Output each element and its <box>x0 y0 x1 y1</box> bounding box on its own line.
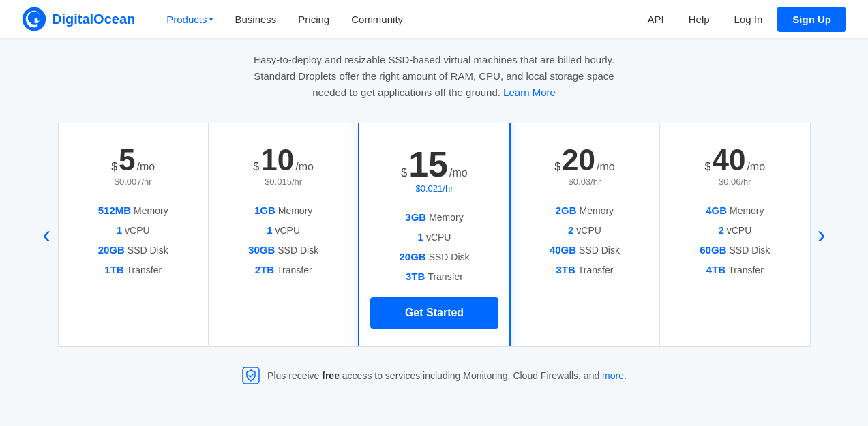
nav-api-link[interactable]: API <box>638 8 674 31</box>
pricing-carousel: ‹ $ 5 /mo $0.007/hr 512MB Memory 1 <box>36 123 833 347</box>
nav-products[interactable]: Products ▾ <box>157 8 222 31</box>
svg-rect-2 <box>29 25 31 27</box>
logo-link[interactable]: DigitalOcean <box>22 7 135 31</box>
logo-text: DigitalOcean <box>52 12 135 27</box>
carousel-prev-button[interactable]: ‹ <box>36 223 58 247</box>
price-line-5: $ 5 /mo <box>111 145 155 175</box>
pricing-card-40: $ 40 /mo $0.06/hr 4GB Memory 2 vCPU 60G <box>660 123 809 346</box>
nav-pricing-label: Pricing <box>298 14 329 25</box>
spec-transfer-5: 1TB Transfer <box>70 260 197 279</box>
chevron-down-icon: ▾ <box>209 16 213 23</box>
pricing-card-5: $ 5 /mo $0.007/hr 512MB Memory 1 vCPU 2 <box>59 123 209 346</box>
navbar: DigitalOcean Products ▾ Business Pricing… <box>0 0 868 38</box>
footer-note: Plus receive free access to services inc… <box>36 366 833 385</box>
shield-icon <box>241 366 260 385</box>
spec-memory-5: 512MB Memory <box>70 200 197 220</box>
nav-help-link[interactable]: Help <box>679 8 719 31</box>
main-content: Easy-to-deploy and resizable SSD-based v… <box>25 38 843 412</box>
nav-pricing[interactable]: Pricing <box>288 8 339 31</box>
nav-community-label: Community <box>351 14 403 25</box>
nav-login-link[interactable]: Log In <box>725 8 773 31</box>
nav-community[interactable]: Community <box>342 8 413 31</box>
spec-list-5: 512MB Memory 1 vCPU 20GB SSD Disk 1TB Tr… <box>70 200 197 279</box>
description-text: Easy-to-deploy and resizable SSD-based v… <box>243 52 625 101</box>
learn-more-link[interactable]: Learn More <box>503 87 556 98</box>
nav-products-label: Products <box>166 14 207 25</box>
spec-list-40: 4GB Memory 2 vCPU 60GB SSD Disk 4TB Tran… <box>671 200 798 279</box>
spec-list-20: 2GB Memory 2 vCPU 40GB SSD Disk 3TB Tran… <box>521 200 648 279</box>
spec-list-10: 1GB Memory 1 vCPU 30GB SSD Disk 2TB Tran… <box>220 200 347 279</box>
signup-button[interactable]: Sign Up <box>777 7 846 32</box>
spec-disk-5: 20GB SSD Disk <box>70 240 197 260</box>
more-link[interactable]: more <box>602 370 624 381</box>
pricing-card-15-highlighted: $ 15 /mo $0.021/hr 3GB Memory 1 vCPU 20 <box>358 123 510 347</box>
nav-links: Products ▾ Business Pricing Community <box>157 8 638 31</box>
spec-vcpu-5: 1 vCPU <box>70 220 197 240</box>
digitalocean-logo-icon <box>22 7 46 31</box>
svg-rect-3 <box>29 22 31 24</box>
pricing-card-20: $ 20 /mo $0.03/hr 2GB Memory 2 vCPU 40G <box>510 123 660 346</box>
nav-business-label: Business <box>235 14 276 25</box>
nav-right: API Help Log In Sign Up <box>638 7 846 32</box>
pricing-card-10: $ 10 /mo $0.015/hr 1GB Memory 1 vCPU 30 <box>209 123 359 346</box>
get-started-button[interactable]: Get Started <box>370 297 498 329</box>
spec-list-15: 3GB Memory 1 vCPU 20GB SSD Disk 3TB Tran… <box>370 207 498 286</box>
svg-rect-1 <box>32 25 34 27</box>
nav-business[interactable]: Business <box>225 8 286 31</box>
pricing-cards: $ 5 /mo $0.007/hr 512MB Memory 1 vCPU 2 <box>58 123 811 347</box>
carousel-next-button[interactable]: › <box>811 223 833 247</box>
